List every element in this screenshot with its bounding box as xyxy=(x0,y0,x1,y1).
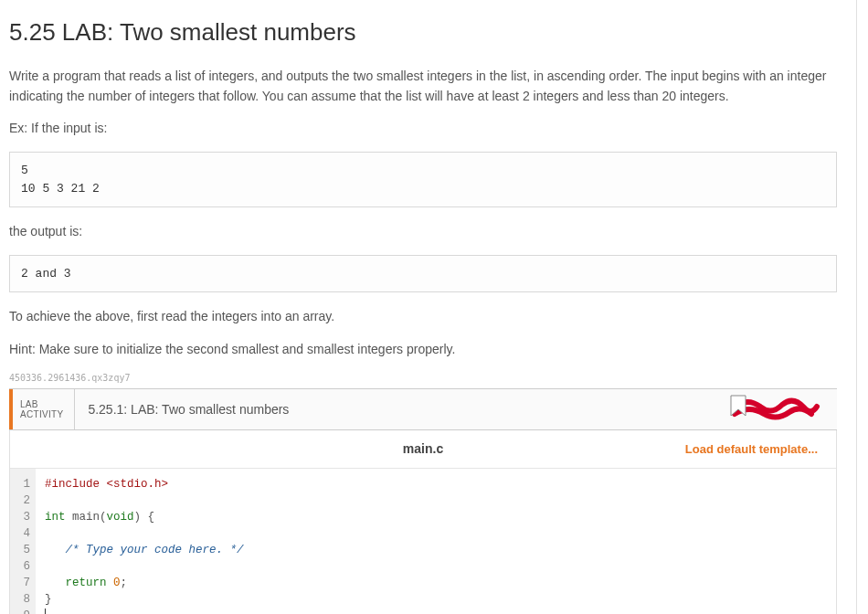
code-editor[interactable]: 1 2 3 4 5 6 7 8 9 #include <stdio.h> int… xyxy=(10,469,836,614)
activity-label: LAB ACTIVITY xyxy=(9,389,75,429)
line-number: 2 xyxy=(19,492,30,509)
line-number: 8 xyxy=(19,591,30,608)
instruction-hint: Hint: Make sure to initialize the second… xyxy=(9,340,837,360)
load-default-template-link[interactable]: Load default template... xyxy=(685,442,836,456)
activity-label-line2: ACTIVITY xyxy=(20,409,63,419)
code-text: main( xyxy=(66,511,107,524)
code-text: ) { xyxy=(134,511,155,524)
example-input-box: 5 10 5 3 21 2 xyxy=(9,152,837,207)
code-editor-panel: main.c Load default template... 1 2 3 4 … xyxy=(9,430,837,614)
activity-title: 5.25.1: LAB: Two smallest numbers xyxy=(75,402,289,417)
code-text: } xyxy=(45,591,827,608)
line-number: 3 xyxy=(19,509,30,525)
example-intro: Ex: If the input is: xyxy=(9,119,837,139)
code-text: ; xyxy=(121,577,128,589)
line-number: 5 xyxy=(19,542,30,558)
code-text: /* Type your code here. */ xyxy=(45,544,244,556)
watermark-id: 450336.2961436.qx3zqy7 xyxy=(9,373,837,383)
code-text xyxy=(107,577,114,589)
example-output-box: 2 and 3 xyxy=(9,255,837,293)
vertical-separator xyxy=(856,0,857,614)
editor-header: main.c Load default template... xyxy=(10,430,836,469)
activity-bar: LAB ACTIVITY 5.25.1: LAB: Two smallest n… xyxy=(9,388,837,430)
page-title: 5.25 LAB: Two smallest numbers xyxy=(9,18,837,47)
line-number: 4 xyxy=(19,525,30,542)
code-text: #include <stdio.h> xyxy=(45,478,168,491)
instruction-array: To achieve the above, first read the int… xyxy=(9,307,837,327)
activity-label-line1: LAB xyxy=(20,399,63,409)
line-number: 1 xyxy=(19,476,30,492)
code-text: return xyxy=(66,577,107,589)
code-text xyxy=(45,558,827,575)
line-number-gutter: 1 2 3 4 5 6 7 8 9 xyxy=(10,469,36,614)
line-number: 6 xyxy=(19,558,30,575)
code-text: int xyxy=(45,511,66,524)
code-lines[interactable]: #include <stdio.h> int main(void) { /* T… xyxy=(36,469,836,614)
filename-tab[interactable]: main.c xyxy=(403,441,443,456)
line-number: 9 xyxy=(19,608,30,614)
code-text: void xyxy=(107,511,134,524)
output-intro: the output is: xyxy=(9,222,837,242)
bookmark-icon xyxy=(729,394,747,418)
code-text xyxy=(45,577,66,589)
code-text xyxy=(45,492,827,509)
code-text: 0 xyxy=(113,577,121,589)
redaction-scribble xyxy=(729,396,830,423)
problem-description: Write a program that reads a list of int… xyxy=(9,67,837,106)
code-text xyxy=(45,525,827,542)
line-number: 7 xyxy=(19,575,30,591)
code-cursor-line xyxy=(45,608,827,614)
